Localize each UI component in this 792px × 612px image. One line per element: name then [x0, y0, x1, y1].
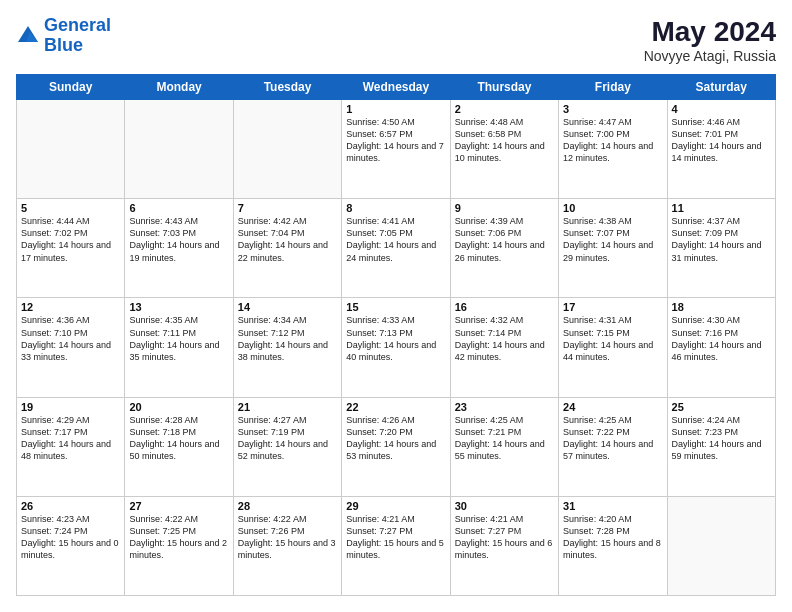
calendar-day-cell	[17, 100, 125, 199]
day-info: Sunrise: 4:21 AM Sunset: 7:27 PM Dayligh…	[346, 513, 445, 562]
day-info: Sunrise: 4:50 AM Sunset: 6:57 PM Dayligh…	[346, 116, 445, 165]
day-info: Sunrise: 4:44 AM Sunset: 7:02 PM Dayligh…	[21, 215, 120, 264]
calendar-day-cell: 6Sunrise: 4:43 AM Sunset: 7:03 PM Daylig…	[125, 199, 233, 298]
calendar-day-cell: 9Sunrise: 4:39 AM Sunset: 7:06 PM Daylig…	[450, 199, 558, 298]
day-number: 15	[346, 301, 445, 313]
day-info: Sunrise: 4:25 AM Sunset: 7:22 PM Dayligh…	[563, 414, 662, 463]
calendar-day-cell: 7Sunrise: 4:42 AM Sunset: 7:04 PM Daylig…	[233, 199, 341, 298]
calendar-day-cell: 5Sunrise: 4:44 AM Sunset: 7:02 PM Daylig…	[17, 199, 125, 298]
day-info: Sunrise: 4:30 AM Sunset: 7:16 PM Dayligh…	[672, 314, 771, 363]
calendar-day-header: Sunday	[17, 75, 125, 100]
calendar-day-header: Saturday	[667, 75, 775, 100]
day-number: 20	[129, 401, 228, 413]
day-info: Sunrise: 4:26 AM Sunset: 7:20 PM Dayligh…	[346, 414, 445, 463]
day-info: Sunrise: 4:42 AM Sunset: 7:04 PM Dayligh…	[238, 215, 337, 264]
day-number: 5	[21, 202, 120, 214]
calendar-day-cell: 14Sunrise: 4:34 AM Sunset: 7:12 PM Dayli…	[233, 298, 341, 397]
calendar-day-cell: 18Sunrise: 4:30 AM Sunset: 7:16 PM Dayli…	[667, 298, 775, 397]
day-number: 14	[238, 301, 337, 313]
main-title: May 2024	[644, 16, 776, 48]
calendar-week-row: 1Sunrise: 4:50 AM Sunset: 6:57 PM Daylig…	[17, 100, 776, 199]
day-number: 26	[21, 500, 120, 512]
day-number: 18	[672, 301, 771, 313]
calendar-day-cell: 25Sunrise: 4:24 AM Sunset: 7:23 PM Dayli…	[667, 397, 775, 496]
calendar-day-cell	[125, 100, 233, 199]
day-number: 25	[672, 401, 771, 413]
calendar-day-cell	[667, 496, 775, 595]
calendar-day-cell: 22Sunrise: 4:26 AM Sunset: 7:20 PM Dayli…	[342, 397, 450, 496]
logo: General Blue	[16, 16, 111, 56]
calendar-day-cell: 19Sunrise: 4:29 AM Sunset: 7:17 PM Dayli…	[17, 397, 125, 496]
calendar-day-cell: 12Sunrise: 4:36 AM Sunset: 7:10 PM Dayli…	[17, 298, 125, 397]
day-number: 23	[455, 401, 554, 413]
calendar-day-cell: 24Sunrise: 4:25 AM Sunset: 7:22 PM Dayli…	[559, 397, 667, 496]
day-number: 21	[238, 401, 337, 413]
day-number: 17	[563, 301, 662, 313]
calendar-day-cell: 31Sunrise: 4:20 AM Sunset: 7:28 PM Dayli…	[559, 496, 667, 595]
day-info: Sunrise: 4:28 AM Sunset: 7:18 PM Dayligh…	[129, 414, 228, 463]
calendar-day-cell: 8Sunrise: 4:41 AM Sunset: 7:05 PM Daylig…	[342, 199, 450, 298]
day-info: Sunrise: 4:39 AM Sunset: 7:06 PM Dayligh…	[455, 215, 554, 264]
calendar-day-cell: 1Sunrise: 4:50 AM Sunset: 6:57 PM Daylig…	[342, 100, 450, 199]
title-block: May 2024 Novyye Atagi, Russia	[644, 16, 776, 64]
day-info: Sunrise: 4:29 AM Sunset: 7:17 PM Dayligh…	[21, 414, 120, 463]
calendar-day-cell: 2Sunrise: 4:48 AM Sunset: 6:58 PM Daylig…	[450, 100, 558, 199]
day-info: Sunrise: 4:32 AM Sunset: 7:14 PM Dayligh…	[455, 314, 554, 363]
day-info: Sunrise: 4:33 AM Sunset: 7:13 PM Dayligh…	[346, 314, 445, 363]
day-info: Sunrise: 4:31 AM Sunset: 7:15 PM Dayligh…	[563, 314, 662, 363]
day-number: 2	[455, 103, 554, 115]
day-number: 10	[563, 202, 662, 214]
day-info: Sunrise: 4:46 AM Sunset: 7:01 PM Dayligh…	[672, 116, 771, 165]
calendar-day-cell: 13Sunrise: 4:35 AM Sunset: 7:11 PM Dayli…	[125, 298, 233, 397]
day-number: 30	[455, 500, 554, 512]
day-number: 31	[563, 500, 662, 512]
calendar-day-cell: 17Sunrise: 4:31 AM Sunset: 7:15 PM Dayli…	[559, 298, 667, 397]
calendar-day-cell: 4Sunrise: 4:46 AM Sunset: 7:01 PM Daylig…	[667, 100, 775, 199]
calendar-day-cell: 30Sunrise: 4:21 AM Sunset: 7:27 PM Dayli…	[450, 496, 558, 595]
day-number: 27	[129, 500, 228, 512]
day-number: 8	[346, 202, 445, 214]
day-info: Sunrise: 4:38 AM Sunset: 7:07 PM Dayligh…	[563, 215, 662, 264]
calendar-day-header: Monday	[125, 75, 233, 100]
calendar-header-row: SundayMondayTuesdayWednesdayThursdayFrid…	[17, 75, 776, 100]
day-number: 13	[129, 301, 228, 313]
calendar-week-row: 26Sunrise: 4:23 AM Sunset: 7:24 PM Dayli…	[17, 496, 776, 595]
logo-text: General Blue	[44, 16, 111, 56]
calendar-week-row: 19Sunrise: 4:29 AM Sunset: 7:17 PM Dayli…	[17, 397, 776, 496]
day-info: Sunrise: 4:37 AM Sunset: 7:09 PM Dayligh…	[672, 215, 771, 264]
day-info: Sunrise: 4:27 AM Sunset: 7:19 PM Dayligh…	[238, 414, 337, 463]
calendar-day-header: Friday	[559, 75, 667, 100]
day-number: 3	[563, 103, 662, 115]
day-number: 4	[672, 103, 771, 115]
logo-icon	[16, 24, 40, 48]
day-number: 16	[455, 301, 554, 313]
day-number: 19	[21, 401, 120, 413]
calendar-day-cell: 29Sunrise: 4:21 AM Sunset: 7:27 PM Dayli…	[342, 496, 450, 595]
header: General Blue May 2024 Novyye Atagi, Russ…	[16, 16, 776, 64]
day-number: 28	[238, 500, 337, 512]
calendar-day-cell: 21Sunrise: 4:27 AM Sunset: 7:19 PM Dayli…	[233, 397, 341, 496]
calendar-day-cell: 10Sunrise: 4:38 AM Sunset: 7:07 PM Dayli…	[559, 199, 667, 298]
day-info: Sunrise: 4:25 AM Sunset: 7:21 PM Dayligh…	[455, 414, 554, 463]
day-number: 1	[346, 103, 445, 115]
day-info: Sunrise: 4:23 AM Sunset: 7:24 PM Dayligh…	[21, 513, 120, 562]
calendar-day-cell: 15Sunrise: 4:33 AM Sunset: 7:13 PM Dayli…	[342, 298, 450, 397]
day-info: Sunrise: 4:43 AM Sunset: 7:03 PM Dayligh…	[129, 215, 228, 264]
day-info: Sunrise: 4:24 AM Sunset: 7:23 PM Dayligh…	[672, 414, 771, 463]
calendar-day-cell: 26Sunrise: 4:23 AM Sunset: 7:24 PM Dayli…	[17, 496, 125, 595]
day-info: Sunrise: 4:41 AM Sunset: 7:05 PM Dayligh…	[346, 215, 445, 264]
calendar-day-cell: 3Sunrise: 4:47 AM Sunset: 7:00 PM Daylig…	[559, 100, 667, 199]
calendar-day-cell: 23Sunrise: 4:25 AM Sunset: 7:21 PM Dayli…	[450, 397, 558, 496]
calendar-day-cell: 11Sunrise: 4:37 AM Sunset: 7:09 PM Dayli…	[667, 199, 775, 298]
day-info: Sunrise: 4:36 AM Sunset: 7:10 PM Dayligh…	[21, 314, 120, 363]
calendar-day-cell	[233, 100, 341, 199]
calendar-day-header: Thursday	[450, 75, 558, 100]
day-number: 7	[238, 202, 337, 214]
day-info: Sunrise: 4:34 AM Sunset: 7:12 PM Dayligh…	[238, 314, 337, 363]
day-info: Sunrise: 4:47 AM Sunset: 7:00 PM Dayligh…	[563, 116, 662, 165]
calendar-day-cell: 27Sunrise: 4:22 AM Sunset: 7:25 PM Dayli…	[125, 496, 233, 595]
day-number: 9	[455, 202, 554, 214]
calendar-day-header: Tuesday	[233, 75, 341, 100]
day-number: 11	[672, 202, 771, 214]
day-number: 22	[346, 401, 445, 413]
